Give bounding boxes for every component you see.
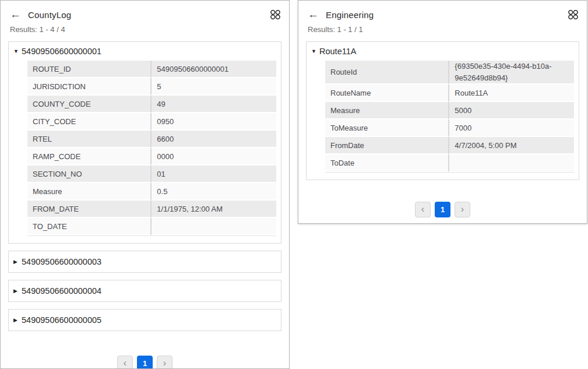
next-page-button[interactable]: › — [157, 356, 172, 369]
feature-card-toggle[interactable]: ▼ Route11A — [307, 42, 579, 59]
grid-dots-icon[interactable] — [270, 9, 281, 20]
table-row: ToMeasure 7000 — [325, 120, 574, 137]
field-label: ToMeasure — [325, 120, 448, 137]
feature-card-toggle[interactable]: ▶ 54909506600000005 — [9, 310, 281, 331]
field-label: CITY_CODE — [27, 113, 150, 131]
feature-title: Route11A — [319, 47, 356, 56]
field-label: SECTION_NO — [27, 166, 150, 183]
pagination: ‹ 1 › — [1, 356, 289, 369]
table-row: JURISDICTION 5 — [27, 78, 276, 96]
table-row: ToDate — [325, 154, 574, 172]
field-value: 5 — [150, 78, 276, 96]
caret-right-icon: ▶ — [13, 259, 20, 265]
feature-title: 54909506600000001 — [22, 47, 101, 56]
table-row: RAMP_CODE 0000 — [27, 148, 276, 166]
feature-title: 54909506600000004 — [22, 286, 101, 296]
field-value: 6600 — [150, 131, 276, 148]
table-row: FromDate 4/7/2004, 5:00 PM — [325, 137, 574, 154]
field-value: 5000 — [448, 102, 574, 120]
field-value: 0950 — [150, 113, 276, 131]
field-value: 54909506600000001 — [150, 61, 276, 78]
attributes-table: RouteId {69350e35-430e-4494-b10a-9e52649… — [325, 61, 574, 173]
chevron-left-icon: ‹ — [124, 359, 126, 368]
current-page-button[interactable]: 1 — [435, 202, 450, 217]
table-row: SECTION_NO 01 — [27, 166, 276, 183]
table-row: FROM_DATE 1/1/1975, 12:00 AM — [27, 201, 276, 218]
field-label: RTEL — [27, 131, 150, 148]
feature-card-expanded: ▼ 54909506600000001 ROUTE_ID 54909506600… — [8, 41, 281, 244]
table-row: CITY_CODE 0950 — [27, 113, 276, 131]
chevron-right-icon: › — [461, 205, 464, 214]
feature-title: 54909506600000005 — [22, 315, 101, 325]
feature-card-expanded: ▼ Route11A RouteId {69350e35-430e-4494-b… — [306, 41, 579, 180]
table-row: RTEL 6600 — [27, 131, 276, 148]
caret-down-icon: ▼ — [311, 49, 318, 54]
field-label: ToDate — [325, 154, 448, 172]
results-count: Results: 1 - 1 / 1 — [298, 24, 587, 41]
panel-title: CountyLog — [28, 10, 71, 20]
countylog-panel: ← CountyLog Results: 1 - 4 / 4 ▼ 5490950… — [0, 0, 290, 369]
grid-dots-icon[interactable] — [568, 9, 579, 20]
field-label: RAMP_CODE — [27, 148, 150, 166]
field-value: Route11A — [448, 85, 574, 102]
field-label: FromDate — [325, 137, 448, 154]
back-arrow-icon[interactable]: ← — [308, 9, 319, 20]
field-label: RouteName — [325, 85, 448, 102]
feature-card-toggle[interactable]: ▶ 54909506600000003 — [9, 251, 281, 272]
field-label: Measure — [27, 183, 150, 201]
back-arrow-icon[interactable]: ← — [10, 9, 21, 20]
field-value: 01 — [150, 166, 276, 183]
field-label: COUNTY_CODE — [27, 96, 150, 113]
field-value — [150, 218, 276, 236]
feature-card-toggle[interactable]: ▶ 54909506600000004 — [9, 280, 281, 301]
feature-title: 54909506600000003 — [22, 257, 101, 266]
chevron-left-icon: ‹ — [421, 205, 424, 214]
engineering-panel: ← Engineering Results: 1 - 1 / 1 ▼ Route… — [298, 0, 587, 224]
attributes-table: ROUTE_ID 54909506600000001 JURISDICTION … — [27, 61, 276, 236]
table-row: COUNTY_CODE 49 — [27, 96, 276, 113]
pagination: ‹ 1 › — [298, 202, 587, 217]
table-row: Measure 0.5 — [27, 183, 276, 201]
caret-right-icon: ▶ — [13, 318, 20, 323]
feature-card-collapsed: ▶ 54909506600000003 — [8, 251, 281, 273]
feature-card-collapsed: ▶ 54909506600000004 — [8, 280, 281, 302]
field-value — [448, 154, 574, 172]
field-value: 4/7/2004, 5:00 PM — [448, 137, 574, 154]
field-value: 1/1/1975, 12:00 AM — [150, 201, 276, 218]
field-label: TO_DATE — [27, 218, 150, 236]
current-page-button[interactable]: 1 — [137, 356, 153, 369]
chevron-right-icon: › — [163, 359, 166, 368]
feature-card-toggle[interactable]: ▼ 54909506600000001 — [9, 42, 281, 59]
field-value: 7000 — [448, 120, 574, 137]
panel-title: Engineering — [326, 10, 374, 20]
field-value: 0.5 — [150, 183, 276, 201]
engineering-header: ← Engineering — [298, 1, 587, 24]
field-label: RouteId — [325, 61, 448, 85]
table-row: RouteId {69350e35-430e-4494-b10a-9e52649… — [325, 61, 574, 85]
table-row: RouteName Route11A — [325, 85, 574, 102]
countylog-header: ← CountyLog — [1, 1, 289, 24]
field-label: JURISDICTION — [27, 78, 150, 96]
caret-right-icon: ▶ — [13, 289, 20, 294]
prev-page-button[interactable]: ‹ — [415, 202, 431, 217]
field-value: 49 — [150, 96, 276, 113]
next-page-button[interactable]: › — [455, 202, 470, 217]
table-row: Measure 5000 — [325, 102, 574, 120]
caret-down-icon: ▼ — [13, 49, 20, 54]
field-value: {69350e35-430e-4494-b10a-9e52649d8b94} — [448, 61, 574, 85]
feature-card-collapsed: ▶ 54909506600000005 — [8, 309, 281, 331]
table-row: ROUTE_ID 54909506600000001 — [27, 61, 276, 78]
prev-page-button[interactable]: ‹ — [117, 356, 133, 369]
field-label: Measure — [325, 102, 448, 120]
field-label: ROUTE_ID — [27, 61, 150, 78]
table-row: TO_DATE — [27, 218, 276, 236]
results-count: Results: 1 - 4 / 4 — [1, 24, 289, 41]
field-label: FROM_DATE — [27, 201, 150, 218]
field-value: 0000 — [150, 148, 276, 166]
